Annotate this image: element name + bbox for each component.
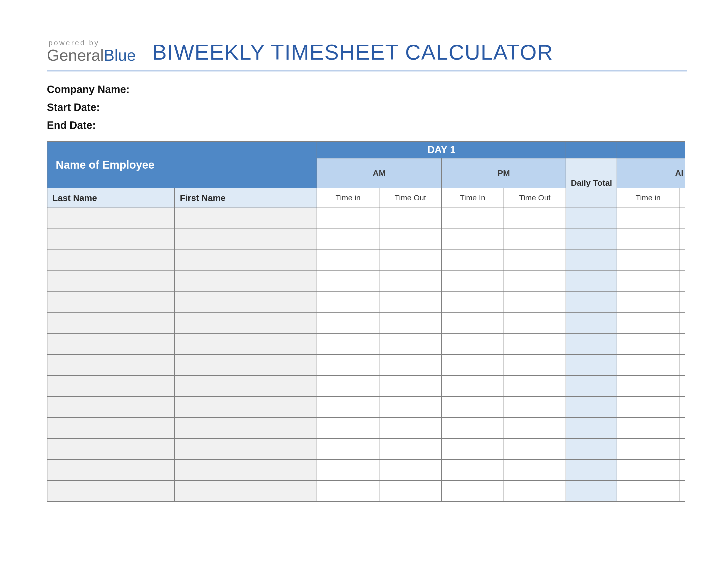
cell-pm-time-in[interactable] [441, 313, 504, 334]
cell-pm-time-out[interactable] [504, 313, 566, 334]
cell-pm-time-in[interactable] [441, 418, 504, 439]
cell-last-name[interactable] [47, 208, 175, 229]
cell-daily-total[interactable] [566, 271, 617, 292]
cell-first-name[interactable] [175, 397, 317, 418]
cell-pm-time-in[interactable] [441, 208, 504, 229]
cell-am-time-in[interactable] [317, 334, 379, 355]
cell-first-name[interactable] [175, 481, 317, 501]
cell-pm-time-out[interactable] [504, 292, 566, 313]
cell-pm-time-out[interactable] [504, 418, 566, 439]
cell-am-time-out[interactable] [379, 355, 441, 376]
cell-am2-time-in[interactable] [617, 334, 679, 355]
cell-am2-time-in[interactable] [617, 418, 679, 439]
cell-pm-time-out[interactable] [504, 229, 566, 250]
cell-last-name[interactable] [47, 229, 175, 250]
cell-am-time-out[interactable] [379, 418, 441, 439]
end-date-value[interactable] [100, 119, 103, 131]
cell-am-time-out[interactable] [379, 208, 441, 229]
company-name-value[interactable] [134, 84, 137, 95]
cell-am2-time-out[interactable] [679, 229, 685, 250]
cell-pm-time-out[interactable] [504, 439, 566, 460]
cell-last-name[interactable] [47, 481, 175, 501]
cell-pm-time-out[interactable] [504, 355, 566, 376]
cell-am2-time-out[interactable] [679, 292, 685, 313]
cell-pm-time-out[interactable] [504, 376, 566, 397]
cell-am2-time-out[interactable] [679, 250, 685, 271]
cell-first-name[interactable] [175, 250, 317, 271]
cell-first-name[interactable] [175, 418, 317, 439]
cell-first-name[interactable] [175, 460, 317, 481]
cell-daily-total[interactable] [566, 397, 617, 418]
cell-first-name[interactable] [175, 355, 317, 376]
cell-am-time-out[interactable] [379, 439, 441, 460]
cell-first-name[interactable] [175, 313, 317, 334]
cell-first-name[interactable] [175, 439, 317, 460]
cell-pm-time-out[interactable] [504, 334, 566, 355]
cell-am2-time-out[interactable] [679, 208, 685, 229]
cell-daily-total[interactable] [566, 208, 617, 229]
cell-am-time-in[interactable] [317, 229, 379, 250]
cell-first-name[interactable] [175, 208, 317, 229]
cell-am2-time-in[interactable] [617, 271, 679, 292]
cell-last-name[interactable] [47, 292, 175, 313]
cell-am2-time-out[interactable] [679, 313, 685, 334]
cell-last-name[interactable] [47, 313, 175, 334]
cell-am2-time-in[interactable] [617, 439, 679, 460]
cell-pm-time-in[interactable] [441, 334, 504, 355]
cell-am2-time-in[interactable] [617, 292, 679, 313]
cell-am2-time-in[interactable] [617, 481, 679, 501]
cell-last-name[interactable] [47, 439, 175, 460]
cell-am2-time-in[interactable] [617, 313, 679, 334]
cell-am-time-in[interactable] [317, 313, 379, 334]
cell-am2-time-out[interactable] [679, 397, 685, 418]
cell-am-time-out[interactable] [379, 271, 441, 292]
cell-am2-time-out[interactable] [679, 481, 685, 501]
cell-am2-time-out[interactable] [679, 355, 685, 376]
cell-am-time-in[interactable] [317, 397, 379, 418]
cell-am2-time-in[interactable] [617, 460, 679, 481]
cell-daily-total[interactable] [566, 460, 617, 481]
start-date-value[interactable] [104, 102, 107, 113]
cell-am-time-in[interactable] [317, 292, 379, 313]
cell-am2-time-out[interactable] [679, 418, 685, 439]
cell-pm-time-in[interactable] [441, 229, 504, 250]
cell-am2-time-out[interactable] [679, 271, 685, 292]
cell-am-time-out[interactable] [379, 376, 441, 397]
cell-am2-time-out[interactable] [679, 334, 685, 355]
cell-last-name[interactable] [47, 418, 175, 439]
cell-first-name[interactable] [175, 271, 317, 292]
cell-pm-time-in[interactable] [441, 376, 504, 397]
cell-daily-total[interactable] [566, 481, 617, 501]
cell-am-time-in[interactable] [317, 208, 379, 229]
cell-am2-time-in[interactable] [617, 208, 679, 229]
cell-first-name[interactable] [175, 334, 317, 355]
cell-pm-time-in[interactable] [441, 355, 504, 376]
cell-am-time-in[interactable] [317, 271, 379, 292]
cell-pm-time-in[interactable] [441, 271, 504, 292]
cell-daily-total[interactable] [566, 292, 617, 313]
cell-pm-time-out[interactable] [504, 271, 566, 292]
cell-am2-time-out[interactable] [679, 439, 685, 460]
cell-am-time-in[interactable] [317, 439, 379, 460]
cell-am-time-out[interactable] [379, 397, 441, 418]
cell-first-name[interactable] [175, 292, 317, 313]
cell-am-time-in[interactable] [317, 376, 379, 397]
cell-daily-total[interactable] [566, 355, 617, 376]
cell-am-time-out[interactable] [379, 250, 441, 271]
cell-am2-time-in[interactable] [617, 376, 679, 397]
cell-am-time-out[interactable] [379, 334, 441, 355]
cell-last-name[interactable] [47, 397, 175, 418]
cell-am-time-in[interactable] [317, 355, 379, 376]
cell-pm-time-in[interactable] [441, 397, 504, 418]
cell-am2-time-in[interactable] [617, 397, 679, 418]
cell-pm-time-in[interactable] [441, 439, 504, 460]
cell-first-name[interactable] [175, 229, 317, 250]
cell-am2-time-out[interactable] [679, 376, 685, 397]
cell-daily-total[interactable] [566, 334, 617, 355]
cell-am-time-out[interactable] [379, 292, 441, 313]
cell-am-time-in[interactable] [317, 418, 379, 439]
cell-pm-time-out[interactable] [504, 250, 566, 271]
cell-first-name[interactable] [175, 376, 317, 397]
cell-last-name[interactable] [47, 376, 175, 397]
cell-pm-time-in[interactable] [441, 250, 504, 271]
